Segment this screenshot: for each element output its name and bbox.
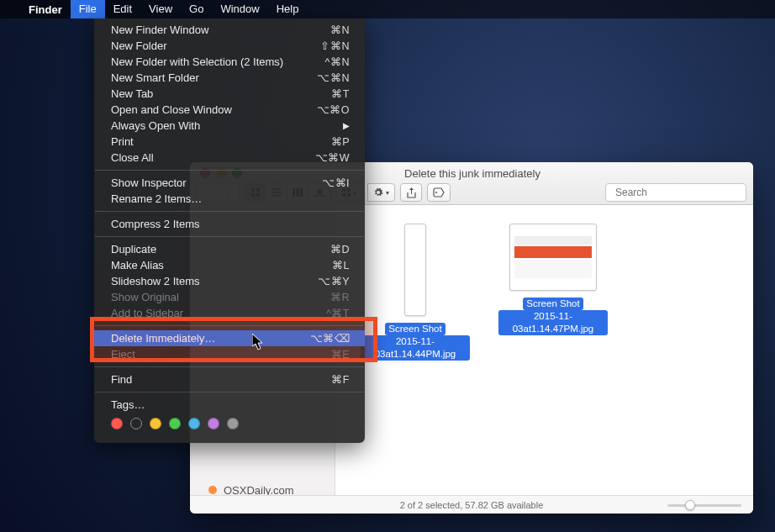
menu-separator [95,366,364,367]
menu-item-new-finder-window[interactable]: New Finder Window⌘N [94,22,365,38]
menu-item-shortcut: ⌥⌘O [317,103,350,116]
menu-item-shortcut: ⌘F [331,373,350,386]
sidebar-item-osxdaily[interactable]: OSXDaily.com [190,481,335,495]
menu-item-compress-2-items[interactable]: Compress 2 Items [94,216,365,232]
chevron-down-icon: ▾ [386,189,389,197]
menu-item-shortcut: ⌘L [332,259,350,271]
menu-item-show-original: Show Original⌘R [94,289,365,305]
menu-item-label: Tags… [111,398,350,411]
status-bar: 2 of 2 selected, 57.82 GB available [190,495,753,514]
menu-item-label: Open and Close Window [111,103,317,116]
menu-item-label: New Folder with Selection (2 Items) [111,55,325,68]
menubar-item-file[interactable]: File [71,0,105,18]
menu-item-new-tab[interactable]: New Tab⌘T [94,86,365,102]
file-name: Screen Shot 2015-11-03at1.14.47PM.jpg [498,298,608,335]
svg-point-16 [435,192,437,193]
menu-item-label: Rename 2 Items… [111,192,350,205]
icon-size-slider[interactable] [667,501,741,509]
tag-icon [433,187,445,198]
status-text: 2 of 2 selected, 57.82 GB available [400,500,544,510]
menu-item-new-smart-folder[interactable]: New Smart Folder⌥⌘N [94,70,365,86]
file-item[interactable]: Screen Shot 2015-11-03at1.14.47PM.jpg [498,224,608,361]
tag-color-dot[interactable] [188,418,200,429]
menubar: Finder FileEditViewGoWindowHelp [0,0,775,18]
menu-item-duplicate[interactable]: Duplicate⌘D [94,241,365,257]
menu-item-label: Find [111,373,331,386]
menu-item-shortcut: ^⌘N [325,55,350,68]
menu-item-print[interactable]: Print⌘P [94,134,365,150]
menu-item-shortcut: ⌘D [330,243,350,255]
menu-item-always-open-with[interactable]: Always Open With▶ [94,118,365,134]
menu-item-new-folder-with-selection-2-items[interactable]: New Folder with Selection (2 Items)^⌘N [94,54,365,70]
file-menu-dropdown: New Finder Window⌘NNew Folder⇧⌘NNew Fold… [94,18,365,443]
menubar-item-help[interactable]: Help [268,0,308,18]
menubar-item-view[interactable]: View [140,0,181,18]
tag-dot-icon [208,486,217,494]
menubar-item-go[interactable]: Go [181,0,212,18]
search-input[interactable] [615,187,741,198]
menu-separator [95,236,364,237]
tag-color-dot[interactable] [227,418,239,429]
menu-item-label: Print [111,135,331,148]
menu-item-shortcut: ⌘E [331,348,350,361]
menu-item-shortcut: ⌥⌘W [315,151,350,164]
file-area[interactable]: Screen Shot 2015-11-03at1.14.44PM.jpg Sc… [335,205,753,495]
tag-color-dot[interactable] [111,418,123,429]
menu-separator [95,325,364,326]
menu-item-add-to-sidebar: Add to Sidebar^⌘T [94,305,365,321]
menubar-item-edit[interactable]: Edit [105,0,140,18]
menu-item-find[interactable]: Find⌘F [94,371,365,387]
menu-item-shortcut: ⇧⌘N [320,40,350,52]
menubar-item-window[interactable]: Window [212,0,267,18]
menu-item-label: Close All [111,151,315,164]
menu-item-label: Eject [111,348,331,361]
tag-color-dot[interactable] [150,418,161,429]
tag-color-row [94,413,365,431]
menu-item-delete-immediately[interactable]: Delete Immediately…⌥⌘⌫ [94,330,365,346]
menu-separator [95,170,364,171]
menu-item-make-alias[interactable]: Make Alias⌘L [94,257,365,273]
menu-item-show-inspector[interactable]: Show Inspector⌥⌘I [94,175,365,191]
menu-item-open-and-close-window[interactable]: Open and Close Window⌥⌘O [94,102,365,118]
menu-item-rename-2-items[interactable]: Rename 2 Items… [94,191,365,207]
menu-item-label: Delete Immediately… [111,332,310,345]
menu-item-label: Always Open With [111,119,343,132]
menu-item-shortcut: ⌥⌘Y [318,275,350,287]
menu-item-close-all[interactable]: Close All⌥⌘W [94,150,365,166]
menu-item-shortcut: ⌥⌘I [322,176,350,189]
tag-color-dot[interactable] [130,418,142,429]
menu-item-shortcut: ⌥⌘⌫ [310,332,351,345]
share-button[interactable] [400,183,422,202]
menu-item-label: Slideshow 2 Items [111,275,318,287]
file-thumbnail [509,224,597,291]
menu-item-label: Show Original [111,291,330,303]
file-thumbnail [404,224,426,316]
tags-button[interactable] [427,183,451,202]
sidebar-item-label: OSXDaily.com [224,484,294,496]
menu-item-slideshow-2-items[interactable]: Slideshow 2 Items⌥⌘Y [94,273,365,289]
menu-item-new-folder[interactable]: New Folder⇧⌘N [94,38,365,54]
search-field[interactable] [605,183,746,202]
menu-item-label: Show Inspector [111,176,322,189]
tag-color-dot[interactable] [208,418,219,429]
menu-item-tags[interactable]: Tags… [94,397,365,413]
file-item[interactable]: Screen Shot 2015-11-03at1.14.44PM.jpg [361,224,470,361]
app-name[interactable]: Finder [20,3,71,16]
menu-item-label: New Tab [111,87,331,100]
gear-icon [373,187,383,198]
menu-item-label: New Folder [111,40,320,52]
menu-item-eject: Eject⌘E [94,346,365,362]
menu-item-shortcut: ⌘N [330,24,350,36]
menu-separator [95,211,364,212]
slider-knob[interactable] [685,500,695,510]
menu-item-label: Duplicate [111,243,330,255]
menu-item-shortcut: ⌥⌘N [317,71,350,84]
menu-separator [95,392,364,392]
menu-item-label: New Finder Window [111,24,330,36]
menu-item-label: New Smart Folder [111,71,317,84]
menu-item-shortcut: ⌘T [331,87,350,100]
share-icon [407,187,416,198]
tag-color-dot[interactable] [169,418,181,429]
action-button[interactable]: ▾ [367,183,395,202]
submenu-arrow-icon: ▶ [343,121,350,130]
